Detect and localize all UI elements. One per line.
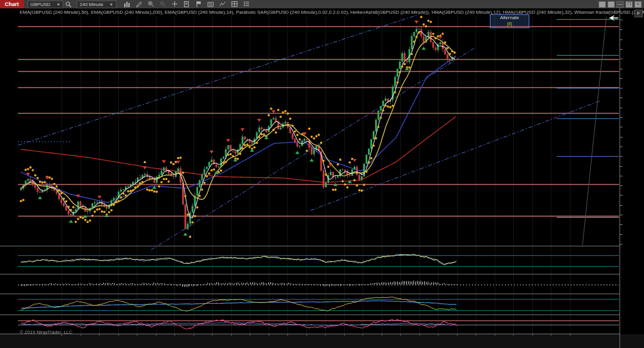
mouse-cursor-icon bbox=[608, 13, 619, 24]
fixed-scale-button[interactable]: F bbox=[634, 10, 643, 17]
ninjatrader-chart-window: Chart GBPUSD ▼ 240 Minute ▼ — ❐ × EMA(GB… bbox=[0, 0, 644, 348]
chart-canvas[interactable] bbox=[0, 0, 644, 348]
